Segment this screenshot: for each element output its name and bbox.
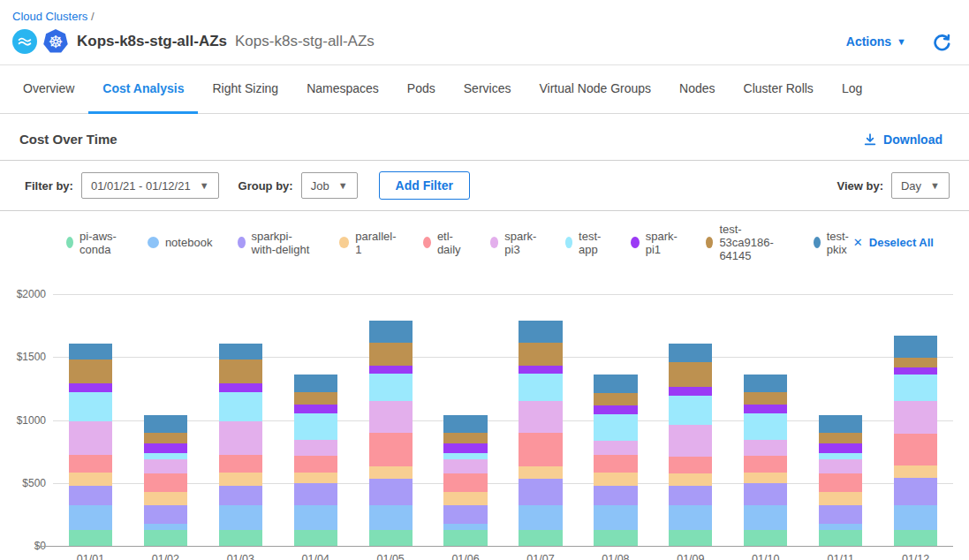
bar-segment-etl-daily[interactable]	[594, 455, 637, 472]
stacked-bar-01/11[interactable]	[819, 415, 862, 546]
bar-segment-spark-pi3[interactable]	[69, 421, 112, 455]
stacked-bar-01/03[interactable]	[219, 344, 262, 546]
add-filter-button[interactable]: Add Filter	[379, 171, 470, 200]
bar-segment-parallel-1[interactable]	[69, 473, 112, 487]
bar-segment-etl-daily[interactable]	[519, 433, 562, 465]
bar-segment-test-app[interactable]	[219, 392, 262, 421]
bar-segment-parallel-1[interactable]	[519, 466, 562, 479]
bar-segment-etl-daily[interactable]	[894, 434, 937, 465]
tab-virtual-node-groups[interactable]: Virtual Node Groups	[525, 65, 665, 114]
stacked-bar-01/06[interactable]	[443, 415, 487, 546]
bar-segment-test-53ca9186-64145[interactable]	[819, 433, 862, 443]
bar-segment-test-app[interactable]	[443, 453, 487, 460]
tab-cost-analysis[interactable]: Cost Analysis	[88, 65, 198, 114]
bar-segment-sparkpi-with-delight[interactable]	[69, 486, 112, 504]
legend-item-notebook[interactable]: notebook	[148, 236, 213, 249]
bar-segment-parallel-1[interactable]	[219, 473, 262, 487]
bar-segment-test-pkix[interactable]	[669, 344, 712, 362]
bar-segment-test-53ca9186-64145[interactable]	[69, 359, 112, 383]
bar-segment-sparkpi-with-delight[interactable]	[594, 486, 637, 504]
bar-segment-parallel-1[interactable]	[669, 473, 712, 486]
stacked-bar-01/02[interactable]	[144, 415, 187, 546]
bar-segment-parallel-1[interactable]	[594, 473, 637, 487]
bar-segment-test-app[interactable]	[594, 414, 637, 441]
bar-segment-test-app[interactable]	[819, 453, 862, 460]
bar-segment-spark-pi1[interactable]	[819, 443, 862, 453]
bar-segment-notebook[interactable]	[219, 505, 262, 531]
tab-cluster-rolls[interactable]: Cluster Rolls	[730, 65, 828, 114]
bar-segment-sparkpi-with-delight[interactable]	[894, 478, 937, 505]
tab-pods[interactable]: Pods	[393, 65, 450, 114]
bar-segment-spark-pi3[interactable]	[144, 459, 187, 473]
legend-item-spark-pi3[interactable]: spark-pi3	[490, 230, 540, 256]
bar-segment-spark-pi1[interactable]	[669, 387, 712, 396]
bar-segment-spark-pi1[interactable]	[144, 443, 187, 453]
bar-segment-pi-aws-conda[interactable]	[443, 530, 487, 546]
bar-segment-sparkpi-with-delight[interactable]	[519, 479, 562, 505]
breadcrumb-link-cloud-clusters[interactable]: Cloud Clusters	[12, 10, 87, 23]
bar-segment-test-53ca9186-64145[interactable]	[519, 343, 562, 366]
group-by-select[interactable]: Job ▼	[301, 172, 358, 199]
legend-item-test-app[interactable]: test-app	[565, 230, 605, 256]
bar-segment-etl-daily[interactable]	[219, 455, 262, 473]
bar-segment-etl-daily[interactable]	[744, 456, 787, 473]
bar-segment-test-53ca9186-64145[interactable]	[294, 392, 337, 405]
bar-segment-test-pkix[interactable]	[369, 321, 413, 343]
bar-segment-etl-daily[interactable]	[369, 433, 413, 465]
bar-segment-pi-aws-conda[interactable]	[219, 530, 262, 546]
date-range-select[interactable]: 01/01/21 - 01/12/21 ▼	[81, 172, 219, 199]
bar-segment-pi-aws-conda[interactable]	[294, 530, 337, 546]
bar-segment-spark-pi3[interactable]	[294, 440, 337, 457]
bar-segment-notebook[interactable]	[369, 505, 413, 531]
tab-services[interactable]: Services	[450, 65, 526, 114]
bar-segment-notebook[interactable]	[594, 505, 637, 531]
bar-segment-test-53ca9186-64145[interactable]	[744, 392, 787, 405]
bar-segment-pi-aws-conda[interactable]	[894, 530, 937, 546]
bar-segment-sparkpi-with-delight[interactable]	[294, 483, 337, 504]
bar-segment-spark-pi3[interactable]	[894, 401, 937, 434]
bar-segment-test-pkix[interactable]	[144, 415, 187, 433]
bar-segment-spark-pi1[interactable]	[894, 367, 937, 375]
bar-segment-pi-aws-conda[interactable]	[144, 530, 187, 546]
stacked-bar-01/08[interactable]	[594, 375, 637, 546]
tab-log[interactable]: Log	[828, 65, 876, 114]
tab-namespaces[interactable]: Namespaces	[292, 65, 393, 114]
bar-segment-sparkpi-with-delight[interactable]	[819, 505, 862, 524]
legend-item-parallel-1[interactable]: parallel-1	[339, 230, 397, 256]
stacked-bar-01/07[interactable]	[519, 321, 562, 546]
bar-segment-test-pkix[interactable]	[69, 344, 112, 360]
bar-segment-test-pkix[interactable]	[519, 321, 562, 343]
bar-segment-parallel-1[interactable]	[144, 492, 187, 505]
bar-segment-parallel-1[interactable]	[443, 492, 487, 505]
bar-segment-spark-pi3[interactable]	[519, 401, 562, 433]
refresh-button[interactable]	[933, 33, 951, 51]
bar-segment-spark-pi3[interactable]	[443, 459, 487, 473]
stacked-bar-01/05[interactable]	[369, 321, 413, 546]
bar-segment-spark-pi1[interactable]	[219, 383, 262, 392]
legend-item-test-53ca9186-64145[interactable]: test-53ca9186-64145	[706, 223, 787, 262]
bar-segment-test-53ca9186-64145[interactable]	[219, 359, 262, 383]
bar-segment-notebook[interactable]	[744, 505, 787, 531]
stacked-bar-01/10[interactable]	[744, 375, 787, 546]
bar-segment-test-53ca9186-64145[interactable]	[894, 358, 937, 367]
bar-segment-parallel-1[interactable]	[744, 473, 787, 484]
bar-segment-pi-aws-conda[interactable]	[669, 530, 712, 546]
bar-segment-spark-pi1[interactable]	[744, 405, 787, 412]
bar-segment-test-53ca9186-64145[interactable]	[443, 433, 487, 443]
bar-segment-test-53ca9186-64145[interactable]	[144, 433, 187, 443]
legend-item-test-pkix[interactable]: test-pkix	[814, 230, 853, 256]
legend-item-pi-aws-conda[interactable]: pi-aws-conda	[66, 230, 122, 256]
bar-segment-notebook[interactable]	[669, 505, 712, 531]
view-by-select[interactable]: Day ▼	[891, 172, 950, 199]
bar-segment-notebook[interactable]	[519, 505, 562, 531]
bar-segment-test-pkix[interactable]	[443, 415, 487, 433]
bar-segment-sparkpi-with-delight[interactable]	[369, 479, 413, 505]
bar-segment-notebook[interactable]	[69, 505, 112, 531]
bar-segment-etl-daily[interactable]	[669, 457, 712, 473]
bar-segment-test-pkix[interactable]	[294, 375, 337, 392]
bar-segment-test-53ca9186-64145[interactable]	[369, 343, 413, 366]
bar-segment-parallel-1[interactable]	[894, 465, 937, 478]
bar-segment-test-app[interactable]	[744, 413, 787, 440]
bar-segment-spark-pi1[interactable]	[443, 443, 487, 453]
bar-segment-test-pkix[interactable]	[219, 344, 262, 360]
